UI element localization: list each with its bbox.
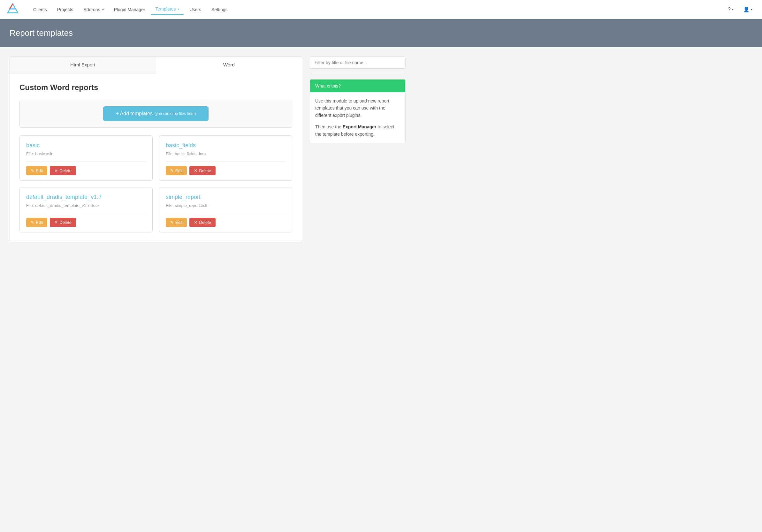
edit-button-basic-fields[interactable]: ✎ Edit (166, 166, 187, 175)
add-templates-button[interactable]: + Add templates (you can drop files here… (103, 106, 209, 121)
template-title-default-dradis[interactable]: default_dradis_template_v1.7 (26, 194, 146, 200)
what-is-this-header: What is this? (310, 80, 405, 92)
nav-users[interactable]: Users (185, 4, 206, 15)
nav-plugin-manager[interactable]: Plugin Manager (110, 4, 150, 15)
card-actions-basic-fields: ✎ Edit ✕ Delete (166, 166, 285, 175)
svg-marker-0 (8, 4, 18, 13)
filter-input[interactable] (310, 56, 406, 69)
what-is-this-para-1: Use this module to upload new report tem… (315, 97, 400, 119)
nav-right: ? ▾ 👤 ▾ (724, 4, 756, 15)
section-title: Custom Word reports (20, 83, 292, 92)
nav-links: Clients Projects Add-ons ▾ Plugin Manage… (29, 4, 724, 15)
card-actions-basic: ✎ Edit ✕ Delete (26, 166, 146, 175)
nav-templates[interactable]: Templates ▾ (151, 4, 184, 15)
template-title-basic[interactable]: basic (26, 142, 146, 149)
user-chevron-icon: ▾ (751, 8, 752, 11)
times-icon: ✕ (194, 220, 197, 225)
nav-addons[interactable]: Add-ons ▾ (79, 4, 108, 15)
sidebar: What is this? Use this module to upload … (310, 56, 406, 242)
template-filename-default-dradis: File: default_dradis_template_v1.7.docx (26, 203, 146, 208)
user-menu-button[interactable]: 👤 ▾ (740, 4, 756, 15)
delete-button-basic-fields[interactable]: ✕ Delete (190, 166, 216, 175)
brand-logo[interactable] (6, 3, 19, 16)
help-icon: ? (728, 7, 731, 13)
svg-line-1 (10, 4, 13, 9)
card-divider (26, 161, 146, 162)
times-icon: ✕ (194, 168, 197, 173)
sidebar-divider (310, 74, 406, 74)
user-icon: 👤 (743, 6, 749, 13)
pencil-icon: ✎ (170, 168, 174, 173)
template-title-basic-fields[interactable]: basic_fields (166, 142, 285, 149)
nav-projects[interactable]: Projects (53, 4, 78, 15)
edit-button-simple-report[interactable]: ✎ Edit (166, 218, 187, 227)
templates-chevron-icon: ▾ (178, 7, 179, 11)
tab-word-content: Custom Word reports + Add templates (you… (10, 73, 302, 242)
times-icon: ✕ (54, 220, 58, 225)
card-divider (166, 161, 285, 162)
add-templates-box: + Add templates (you can drop files here… (20, 100, 292, 128)
card-divider (26, 213, 146, 213)
templates-grid: basic File: basic.xslt ✎ Edit ✕ Delet (20, 135, 292, 232)
edit-button-basic[interactable]: ✎ Edit (26, 166, 47, 175)
template-card-basic: basic File: basic.xslt ✎ Edit ✕ Delet (20, 135, 153, 181)
export-manager-label: Export Manager (343, 124, 377, 129)
help-chevron-icon: ▾ (732, 8, 733, 11)
card-divider (166, 213, 285, 213)
delete-button-simple-report[interactable]: ✕ Delete (190, 218, 216, 227)
edit-button-default-dradis[interactable]: ✎ Edit (26, 218, 47, 227)
what-is-this-para-2: Then use the Export Manager to select th… (315, 123, 400, 138)
help-button[interactable]: ? ▾ (724, 4, 737, 15)
nav-settings[interactable]: Settings (207, 4, 232, 15)
add-templates-label: + Add templates (116, 111, 153, 116)
what-is-this-body: Use this module to upload new report tem… (310, 92, 405, 143)
tab-word[interactable]: Word (156, 57, 302, 73)
tabs-header: Html Export Word (10, 57, 302, 73)
page-header: Report templates (0, 19, 762, 47)
main-content: Html Export Word Custom Word reports + A… (0, 47, 415, 252)
nav-clients[interactable]: Clients (29, 4, 51, 15)
pencil-icon: ✎ (170, 220, 174, 225)
template-card-simple-report: simple_report File: simple_report.xslt ✎… (159, 187, 292, 232)
pencil-icon: ✎ (31, 168, 34, 173)
template-filename-basic-fields: File: basic_fields.docx (166, 151, 285, 156)
delete-button-basic[interactable]: ✕ Delete (50, 166, 76, 175)
tab-html-export[interactable]: Html Export (10, 57, 156, 73)
card-actions-simple-report: ✎ Edit ✕ Delete (166, 218, 285, 227)
template-card-default-dradis: default_dradis_template_v1.7 File: defau… (20, 187, 153, 232)
card-actions-default-dradis: ✎ Edit ✕ Delete (26, 218, 146, 227)
template-filename-basic: File: basic.xslt (26, 151, 146, 156)
times-icon: ✕ (54, 168, 58, 173)
what-is-this-box: What is this? Use this module to upload … (310, 79, 406, 143)
template-filename-simple-report: File: simple_report.xslt (166, 203, 285, 208)
navbar: Clients Projects Add-ons ▾ Plugin Manage… (0, 0, 762, 19)
template-card-basic-fields: basic_fields File: basic_fields.docx ✎ E… (159, 135, 292, 181)
delete-button-default-dradis[interactable]: ✕ Delete (50, 218, 76, 227)
tabs-panel: Html Export Word Custom Word reports + A… (10, 56, 302, 242)
template-title-simple-report[interactable]: simple_report (166, 194, 285, 200)
page-title: Report templates (10, 28, 752, 38)
addons-chevron-icon: ▾ (102, 8, 104, 11)
pencil-icon: ✎ (31, 220, 34, 225)
add-templates-hint: (you can drop files here) (155, 112, 196, 116)
